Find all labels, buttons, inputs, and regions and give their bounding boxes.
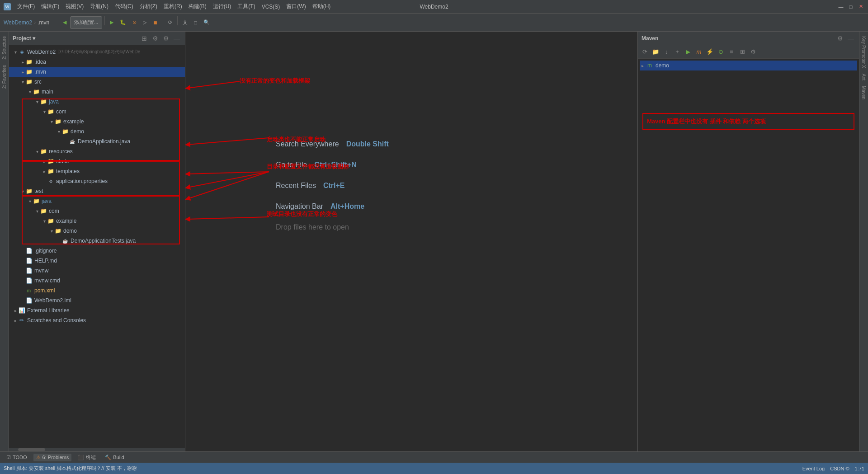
tree-item-scratches[interactable]: ▸ ✏ Scratches and Consoles: [9, 315, 185, 325]
menu-bar[interactable]: 文件(F) 编辑(E) 视图(V) 导航(N) 代码(C) 分析(Z) 重构(R…: [14, 2, 333, 11]
maven-m-btn[interactable]: m: [694, 47, 704, 57]
tree-item-mvnw[interactable]: ▸ 📄 mvnw: [9, 266, 185, 276]
maven-split-btn[interactable]: ⊞: [737, 47, 747, 57]
tree-item-mvnw-cmd[interactable]: ▸ 📄 mvnw.cmd: [9, 276, 185, 286]
breadcrumb-project[interactable]: WebDemo2: [4, 19, 32, 26]
menu-build[interactable]: 构建(B): [186, 2, 209, 11]
favorites-tab[interactable]: 2: Favorites: [1, 62, 8, 91]
maven-tree-item-demo[interactable]: ▸ m demo: [640, 61, 857, 70]
tree-item-mvn[interactable]: ▸ 📁 .mvn: [9, 67, 185, 77]
maven-add-btn[interactable]: +: [672, 47, 682, 57]
stop-button[interactable]: ⏹: [150, 16, 160, 29]
menu-view[interactable]: 视图(V): [63, 2, 86, 11]
debug-button[interactable]: 🐛: [117, 16, 129, 29]
menu-tools[interactable]: 工具(T): [235, 2, 258, 11]
ant-tab[interactable]: Ant: [860, 71, 867, 83]
horizontal-scrollbar[interactable]: [9, 448, 185, 451]
panel-expand-btn[interactable]: ⊞: [140, 34, 149, 43]
menu-run[interactable]: 运行(U): [210, 2, 234, 11]
tree-item-demo-main[interactable]: ▾ 📁 demo: [9, 127, 185, 136]
search-toolbar-button[interactable]: 🔍: [201, 16, 212, 29]
minimize-button[interactable]: —: [837, 3, 844, 10]
todo-tab[interactable]: ☑ TODO: [4, 454, 30, 461]
add-config-button[interactable]: 添加配置...: [70, 16, 102, 29]
build-tab[interactable]: 🔨 Build: [102, 454, 127, 461]
coverage-button[interactable]: ▷: [140, 16, 149, 29]
structure-tab[interactable]: 2: Structure: [1, 33, 8, 62]
menu-code[interactable]: 代码(C): [112, 2, 136, 11]
tree-item-example-main[interactable]: ▾ 📁 example: [9, 117, 185, 127]
menu-window[interactable]: 窗口(W): [283, 2, 308, 11]
event-log-btn[interactable]: Event Log: [802, 466, 825, 471]
profile-button[interactable]: ⊙: [130, 16, 139, 29]
tree-item-static[interactable]: ▸ 📁 static: [9, 156, 185, 166]
tree-item-resources[interactable]: ▾ 📁 resources: [9, 146, 185, 156]
maven-annotation: Maven 配置栏中也没有 插件 和依赖 两个选项: [642, 113, 854, 130]
tree-item-pomxml[interactable]: ▸ m pom.xml: [9, 286, 185, 296]
maven-refresh-btn[interactable]: ⟳: [640, 47, 650, 57]
tree-item-demo-test[interactable]: ▾ 📁 demo: [9, 226, 185, 236]
maven-run-btn[interactable]: ▶: [683, 47, 693, 57]
terminal-tab[interactable]: ⬛ 终端: [75, 453, 99, 462]
problems-tab[interactable]: ⚠ 6: Problems: [33, 454, 72, 461]
breadcrumb-mvn[interactable]: .mvn: [38, 19, 49, 26]
run-button[interactable]: ▶: [107, 16, 116, 29]
folder-icon-com-main: 📁: [47, 108, 54, 115]
menu-refactor[interactable]: 重构(R): [161, 2, 185, 11]
maven-settings-btn[interactable]: ⚙: [835, 34, 844, 43]
folder-icon-example-test: 📁: [47, 217, 54, 225]
tree-item-com-main[interactable]: ▾ 📁 com: [9, 107, 185, 117]
tree-item-iml[interactable]: ▸ 📄 WebDemo2.iml: [9, 296, 185, 305]
layout-button[interactable]: □: [191, 16, 200, 29]
menu-nav[interactable]: 导航(N): [87, 2, 111, 11]
maven-settings2-btn[interactable]: ⚙: [748, 47, 758, 57]
window-controls[interactable]: — □ ✕: [837, 3, 864, 10]
project-icon: ◈: [18, 48, 25, 56]
tree-label-example-main: example: [63, 118, 84, 125]
maven-skip-btn[interactable]: ⚡: [705, 47, 715, 57]
scrollbar-thumb[interactable]: [18, 448, 45, 451]
window-title: WebDemo2: [420, 4, 448, 10]
tree-item-test[interactable]: ▾ 📁 test: [9, 186, 185, 196]
key-promoter-tab[interactable]: Key Promoter X: [860, 33, 867, 71]
back-button[interactable]: ◀: [60, 16, 69, 29]
panel-minimize-btn[interactable]: —: [172, 34, 181, 43]
maximize-button[interactable]: □: [847, 3, 854, 10]
tree-item-main[interactable]: ▾ 📁 main: [9, 87, 185, 97]
tree-item-com-test[interactable]: ▾ 📁 com: [9, 206, 185, 216]
maven-tab-right[interactable]: Maven: [860, 83, 867, 102]
tree-item-helpmd[interactable]: ▸ 📄 HELP.md: [9, 256, 185, 266]
menu-analyze[interactable]: 分析(Z): [137, 2, 160, 11]
menu-file[interactable]: 文件(F): [14, 2, 38, 11]
menu-vcs[interactable]: VCS(S): [259, 3, 283, 11]
tree-item-java-main[interactable]: ▾ 📁 java: [9, 97, 185, 107]
maven-cols-btn[interactable]: ≡: [726, 47, 736, 57]
tree-item-src[interactable]: ▾ 📁 src: [9, 77, 185, 87]
tree-item-example-test[interactable]: ▾ 📁 example: [9, 216, 185, 226]
menu-edit[interactable]: 编辑(E): [38, 2, 62, 11]
panel-gear-btn[interactable]: ⚙: [151, 34, 160, 43]
tree-item-external-libs[interactable]: ▸ 📊 External Libraries: [9, 305, 185, 315]
tree-item-templates[interactable]: ▸ 📁 templates: [9, 166, 185, 176]
tree-item-gitignore[interactable]: ▸ 📄 .gitignore: [9, 246, 185, 256]
tree-label-test: test: [34, 188, 43, 194]
tree-item-idea[interactable]: ▸ 📁 .idea: [9, 57, 185, 67]
maven-download-btn[interactable]: ↓: [661, 47, 671, 57]
maven-execute-btn[interactable]: ⊙: [716, 47, 726, 57]
tree-item-application-properties[interactable]: ▸ ⚙ application.properties: [9, 176, 185, 186]
tree-item-java-test[interactable]: ▾ 📁 java: [9, 196, 185, 206]
update-button[interactable]: ⟳: [165, 16, 175, 29]
tree-arrow-mvn: ▸: [20, 69, 25, 75]
maven-folder-btn[interactable]: 📁: [651, 47, 660, 57]
tree-item-demoapplicationtests[interactable]: ▸ ☕ DemoApplicationTests.java: [9, 236, 185, 246]
tree-item-demoapplication[interactable]: ▸ ☕ DemoApplication.java: [9, 136, 185, 146]
tree-item-webdemo2[interactable]: ▾ ◈ WebDemo2 D:\IDEA代码\Springboot练习代码\We…: [9, 47, 185, 57]
folder-icon-demo-main: 📁: [61, 128, 69, 135]
maven-minimize-btn[interactable]: —: [846, 34, 855, 43]
panel-settings-btn[interactable]: ⚙: [161, 34, 170, 43]
menu-help[interactable]: 帮助(H): [310, 2, 334, 11]
tree-arrow-demo-test: ▾: [49, 228, 54, 234]
maven-toolbar: ⟳ 📁 ↓ + ▶ m ⚡ ⊙ ≡ ⊞ ⚙: [638, 45, 859, 59]
translate-button[interactable]: 文: [180, 16, 190, 29]
close-button[interactable]: ✕: [857, 3, 864, 10]
